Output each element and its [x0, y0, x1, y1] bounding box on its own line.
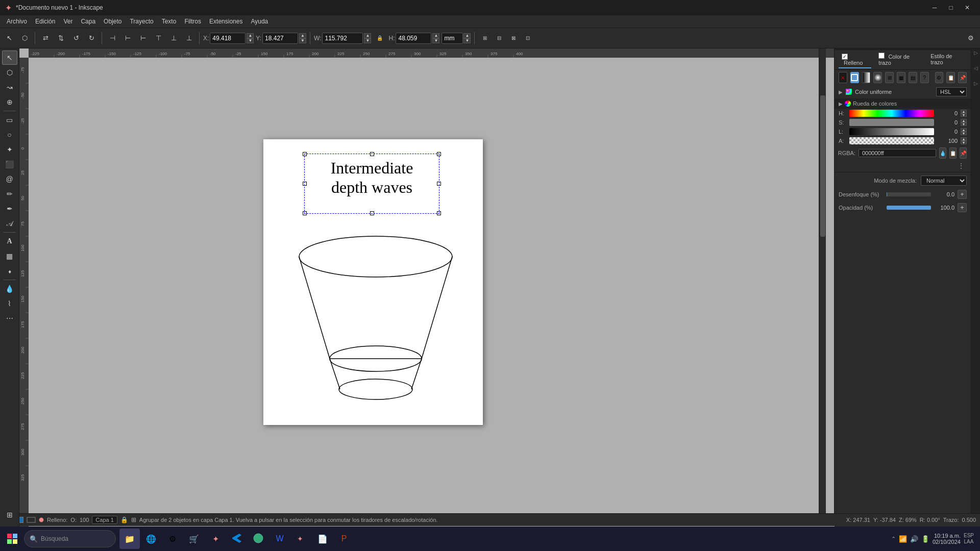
circle-tool[interactable]: ○ [2, 128, 17, 142]
snap-btn-2[interactable]: ⊟ [493, 32, 506, 45]
unit-selector[interactable]: ▲ ▼ [442, 33, 471, 44]
opacity-slider[interactable] [887, 206, 932, 210]
h-dec[interactable]: ▼ [961, 113, 967, 117]
h-input[interactable] [396, 33, 431, 44]
snap-btn-4[interactable]: ⊡ [521, 32, 534, 45]
language-indicator[interactable]: ESP LAA [964, 533, 974, 545]
tweak-tool[interactable]: ↝ [2, 80, 17, 94]
menu-capa[interactable]: Capa [77, 17, 100, 26]
color-model-select[interactable]: HSL RGB HSV CMYK [936, 87, 967, 96]
taskbar-app-acrobat[interactable]: 📄 [312, 529, 333, 549]
a-inc[interactable]: ▲ [961, 137, 967, 141]
rgba-input[interactable] [859, 149, 936, 157]
selector-tool[interactable]: ↖ [2, 51, 17, 65]
radial-gradient-btn[interactable] [873, 72, 882, 83]
l-dec[interactable]: ▼ [961, 132, 967, 135]
s-dec[interactable]: ▼ [961, 122, 967, 126]
snap-btn-3[interactable]: ⊠ [507, 32, 520, 45]
s-slider-wrap[interactable] [849, 119, 934, 126]
x-inc[interactable]: ▲ [247, 33, 254, 38]
canvas-area[interactable]: -225 -200 -175 -150 -125 -100 -75 -50 -2… [19, 48, 835, 538]
taskbar-app-explorer[interactable]: 📁 [119, 529, 140, 549]
l-inc[interactable]: ▲ [961, 128, 967, 132]
rotate-cw-btn[interactable]: ↻ [85, 32, 98, 45]
unit-inc[interactable]: ▲ [463, 33, 471, 38]
selected-text-element[interactable]: Intermediate depth waves [304, 154, 439, 214]
h-inc[interactable]: ▲ [961, 110, 967, 113]
h-dec[interactable]: ▼ [432, 38, 439, 43]
menu-ayuda[interactable]: Ayuda [247, 17, 272, 26]
spiral-tool[interactable]: @ [2, 172, 17, 186]
w-inc[interactable]: ▲ [364, 33, 371, 38]
tray-chevron[interactable]: ⌃ [891, 536, 896, 542]
x-input[interactable] [210, 33, 246, 44]
pen-tool[interactable]: ✒ [2, 202, 17, 216]
select-tool-btn[interactable]: ↖ [3, 32, 16, 45]
taskbar-app-word[interactable]: W [270, 529, 290, 549]
y-dec[interactable]: ▼ [299, 38, 306, 43]
pattern-btn[interactable]: ▦ [897, 72, 905, 83]
align-left-btn[interactable]: ⊣ [106, 32, 119, 45]
spray-tool[interactable]: ⋯ [2, 311, 17, 325]
more-options-btn[interactable]: ⋮ [955, 162, 967, 170]
lightness-slider[interactable] [849, 128, 934, 135]
align-bottom-btn[interactable]: ⊥ [182, 32, 195, 45]
taskbar-app-kleopatra[interactable] [248, 529, 268, 549]
x-dec[interactable]: ▼ [247, 38, 254, 43]
rect-tool[interactable]: ▭ [2, 113, 17, 127]
menu-texto[interactable]: Texto [158, 17, 181, 26]
maximize-button[interactable]: □ [943, 3, 959, 13]
start-button[interactable] [2, 529, 22, 549]
search-bar[interactable]: 🔍 Búsqueda [24, 530, 116, 547]
paint-bucket-tool[interactable]: ⬧ [2, 264, 17, 278]
taskbar-app-inkscape2[interactable]: ✦ [291, 529, 311, 549]
taskbar-app-powerpoint[interactable]: P [334, 529, 354, 549]
a-dec[interactable]: ▼ [961, 141, 967, 144]
star-tool[interactable]: ✦ [2, 142, 17, 157]
taskbar-app-vscode[interactable] [227, 529, 247, 549]
unit-input[interactable] [442, 33, 463, 44]
menu-extensiones[interactable]: Extensiones [205, 17, 247, 26]
3d-box-tool[interactable]: ⬛ [2, 157, 17, 171]
lock-aspect-btn[interactable]: 🔒 [373, 32, 386, 45]
h-slider-wrap[interactable] [849, 110, 934, 117]
stroke-color-subtab[interactable]: Color de trazo [875, 51, 923, 68]
color-wheel-section-header[interactable]: ▶ Rueda de colores [835, 98, 971, 109]
alpha-slider[interactable] [849, 137, 934, 144]
mesh-gradient-btn[interactable]: ⊞ [885, 72, 894, 83]
blur-inc[interactable]: + [958, 190, 967, 199]
right-panel-btn-3[interactable]: ◁ [972, 61, 980, 75]
opacity-inc[interactable]: + [958, 203, 967, 212]
w-input[interactable] [322, 33, 363, 44]
rotate-ccw-btn[interactable]: ↺ [69, 32, 83, 45]
pick-color-btn[interactable]: 💧 [939, 147, 946, 159]
align-middle-btn[interactable]: ⊥ [167, 32, 180, 45]
swatch-btn[interactable]: ▤ [909, 72, 917, 83]
minimize-button[interactable]: ─ [927, 3, 942, 13]
stroke-color-swatch[interactable] [27, 517, 36, 523]
taskbar-app-chrome[interactable]: 🌐 [141, 529, 161, 549]
unset-btn[interactable]: ? [920, 72, 929, 83]
w-dec[interactable]: ▼ [364, 38, 371, 43]
saturation-slider[interactable] [849, 119, 934, 126]
copy-fill-btn[interactable]: 📋 [946, 72, 955, 83]
connector-tool[interactable]: ⌇ [2, 296, 17, 311]
tray-volume[interactable]: 🔊 [910, 535, 918, 543]
flip-h-btn[interactable]: ⇄ [39, 32, 52, 45]
paste-rgba-btn[interactable]: 📌 [960, 147, 967, 159]
flip-v-btn[interactable]: ⇅ [54, 32, 67, 45]
stroke-style-subtab[interactable]: Estilo de trazo [927, 52, 967, 68]
vertical-scrollbar[interactable] [819, 48, 826, 519]
menu-edicion[interactable]: Edición [31, 17, 59, 26]
right-panel-btn-4[interactable]: ▷ [972, 76, 980, 90]
layer-selector[interactable]: Capa 1 [92, 516, 117, 524]
blend-mode-select[interactable]: Normal Multiply Screen Overlay [921, 176, 967, 186]
pages-tool[interactable]: ⊞ [2, 508, 17, 522]
taskbar-app-inkscape[interactable]: ✦ [205, 529, 226, 549]
blur-slider[interactable] [887, 192, 932, 196]
taskbar-app-store[interactable]: 🛒 [184, 529, 204, 549]
text-tool[interactable]: A [2, 234, 17, 248]
taskbar-app-settings[interactable]: ⚙ [162, 529, 183, 549]
edit-fill-btn[interactable]: ⚙ [935, 72, 944, 83]
node-edit-tool[interactable]: ⬡ [2, 65, 17, 80]
